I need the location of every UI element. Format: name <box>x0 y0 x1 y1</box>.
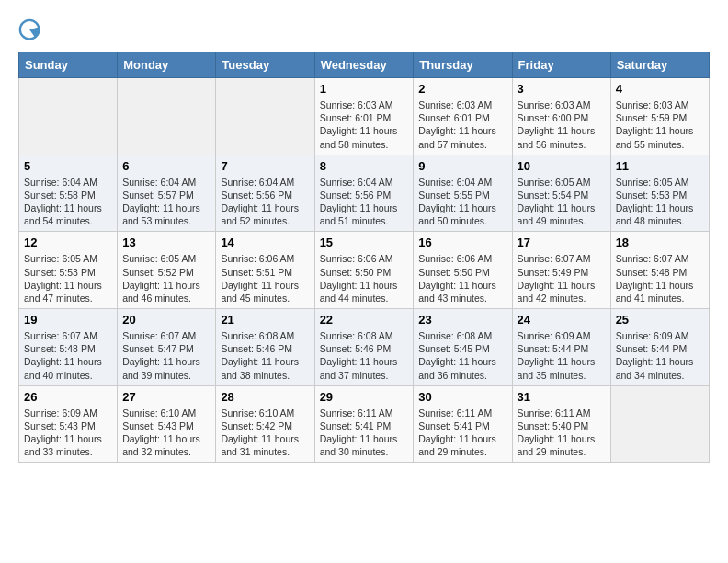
weekday-header-thursday: Thursday <box>414 52 512 78</box>
calendar-cell: 3Sunrise: 6:03 AM Sunset: 6:00 PM Daylig… <box>512 78 610 155</box>
day-number: 15 <box>320 236 409 249</box>
calendar-cell: 30Sunrise: 6:11 AM Sunset: 5:41 PM Dayli… <box>414 385 512 463</box>
day-info: Sunrise: 6:06 AM Sunset: 5:50 PM Dayligh… <box>418 252 506 304</box>
calendar-cell: 22Sunrise: 6:08 AM Sunset: 5:46 PM Dayli… <box>314 309 414 386</box>
day-number: 10 <box>518 159 606 173</box>
calendar-cell: 14Sunrise: 6:06 AM Sunset: 5:51 PM Dayli… <box>216 232 314 309</box>
weekday-header-tuesday: Tuesday <box>216 52 314 78</box>
day-info: Sunrise: 6:09 AM Sunset: 5:43 PM Dayligh… <box>24 407 112 459</box>
day-info: Sunrise: 6:06 AM Sunset: 5:51 PM Dayligh… <box>221 252 309 304</box>
day-number: 17 <box>518 236 606 249</box>
day-number: 12 <box>24 236 112 249</box>
day-info: Sunrise: 6:03 AM Sunset: 6:00 PM Dayligh… <box>518 98 606 151</box>
day-number: 6 <box>122 159 210 173</box>
day-info: Sunrise: 6:07 AM Sunset: 5:49 PM Dayligh… <box>518 252 606 304</box>
calendar-cell: 15Sunrise: 6:06 AM Sunset: 5:50 PM Dayli… <box>314 232 414 309</box>
calendar-cell: 29Sunrise: 6:11 AM Sunset: 5:41 PM Dayli… <box>314 385 414 463</box>
day-info: Sunrise: 6:09 AM Sunset: 5:44 PM Dayligh… <box>616 329 704 382</box>
day-number: 5 <box>24 159 112 173</box>
calendar-table: SundayMondayTuesdayWednesdayThursdayFrid… <box>18 52 710 463</box>
day-number: 26 <box>24 390 112 404</box>
calendar-cell <box>118 78 216 155</box>
day-number: 23 <box>418 313 506 327</box>
day-number: 25 <box>616 313 704 327</box>
calendar-cell <box>610 385 709 463</box>
day-info: Sunrise: 6:04 AM Sunset: 5:58 PM Dayligh… <box>24 176 112 228</box>
calendar-cell: 28Sunrise: 6:10 AM Sunset: 5:42 PM Dayli… <box>216 385 314 463</box>
logo-icon <box>18 18 44 44</box>
day-number: 30 <box>418 390 506 404</box>
day-number: 9 <box>418 159 506 173</box>
day-number: 1 <box>320 82 409 96</box>
day-number: 16 <box>418 236 506 249</box>
day-number: 19 <box>24 313 112 327</box>
day-number: 24 <box>518 313 606 327</box>
day-info: Sunrise: 6:04 AM Sunset: 5:57 PM Dayligh… <box>122 176 210 228</box>
day-number: 28 <box>221 390 309 404</box>
day-info: Sunrise: 6:07 AM Sunset: 5:47 PM Dayligh… <box>122 329 210 382</box>
day-number: 7 <box>221 159 309 173</box>
day-number: 21 <box>221 313 309 327</box>
day-info: Sunrise: 6:11 AM Sunset: 5:40 PM Dayligh… <box>518 407 606 459</box>
day-info: Sunrise: 6:09 AM Sunset: 5:44 PM Dayligh… <box>518 329 606 382</box>
calendar-cell: 24Sunrise: 6:09 AM Sunset: 5:44 PM Dayli… <box>512 309 610 386</box>
calendar-cell: 1Sunrise: 6:03 AM Sunset: 6:01 PM Daylig… <box>314 78 414 155</box>
calendar-cell: 26Sunrise: 6:09 AM Sunset: 5:43 PM Dayli… <box>19 385 118 463</box>
day-number: 18 <box>616 236 704 249</box>
calendar-cell <box>216 78 314 155</box>
calendar-cell: 4Sunrise: 6:03 AM Sunset: 5:59 PM Daylig… <box>610 78 709 155</box>
day-number: 31 <box>518 390 606 404</box>
day-number: 13 <box>122 236 210 249</box>
day-info: Sunrise: 6:05 AM Sunset: 5:52 PM Dayligh… <box>122 252 210 304</box>
calendar-cell: 25Sunrise: 6:09 AM Sunset: 5:44 PM Dayli… <box>610 309 709 386</box>
calendar-cell: 11Sunrise: 6:05 AM Sunset: 5:53 PM Dayli… <box>610 155 709 232</box>
weekday-header-sunday: Sunday <box>19 52 118 78</box>
day-info: Sunrise: 6:07 AM Sunset: 5:48 PM Dayligh… <box>24 329 112 382</box>
day-info: Sunrise: 6:11 AM Sunset: 5:41 PM Dayligh… <box>418 407 506 459</box>
day-info: Sunrise: 6:05 AM Sunset: 5:53 PM Dayligh… <box>24 252 112 304</box>
day-info: Sunrise: 6:04 AM Sunset: 5:56 PM Dayligh… <box>221 176 309 228</box>
day-info: Sunrise: 6:03 AM Sunset: 6:01 PM Dayligh… <box>320 98 409 151</box>
calendar-cell: 18Sunrise: 6:07 AM Sunset: 5:48 PM Dayli… <box>610 232 709 309</box>
calendar-cell: 23Sunrise: 6:08 AM Sunset: 5:45 PM Dayli… <box>414 309 512 386</box>
day-number: 4 <box>616 82 704 96</box>
calendar-cell <box>19 78 118 155</box>
weekday-header-saturday: Saturday <box>610 52 709 78</box>
day-info: Sunrise: 6:11 AM Sunset: 5:41 PM Dayligh… <box>320 407 409 459</box>
calendar-cell: 5Sunrise: 6:04 AM Sunset: 5:58 PM Daylig… <box>19 155 118 232</box>
day-info: Sunrise: 6:04 AM Sunset: 5:55 PM Dayligh… <box>418 176 506 228</box>
day-info: Sunrise: 6:05 AM Sunset: 5:54 PM Dayligh… <box>518 176 606 228</box>
day-number: 20 <box>122 313 210 327</box>
day-number: 2 <box>418 82 506 96</box>
day-info: Sunrise: 6:04 AM Sunset: 5:56 PM Dayligh… <box>320 176 409 228</box>
day-number: 3 <box>518 82 606 96</box>
weekday-header-wednesday: Wednesday <box>314 52 414 78</box>
calendar-cell: 17Sunrise: 6:07 AM Sunset: 5:49 PM Dayli… <box>512 232 610 309</box>
calendar-cell: 8Sunrise: 6:04 AM Sunset: 5:56 PM Daylig… <box>314 155 414 232</box>
weekday-header-monday: Monday <box>118 52 216 78</box>
day-info: Sunrise: 6:06 AM Sunset: 5:50 PM Dayligh… <box>320 252 409 304</box>
day-number: 14 <box>221 236 309 249</box>
logo <box>18 18 46 44</box>
day-number: 11 <box>616 159 704 173</box>
calendar-cell: 21Sunrise: 6:08 AM Sunset: 5:46 PM Dayli… <box>216 309 314 386</box>
day-info: Sunrise: 6:10 AM Sunset: 5:43 PM Dayligh… <box>122 407 210 459</box>
calendar-cell: 2Sunrise: 6:03 AM Sunset: 6:01 PM Daylig… <box>414 78 512 155</box>
day-info: Sunrise: 6:03 AM Sunset: 6:01 PM Dayligh… <box>418 98 506 151</box>
calendar-cell: 27Sunrise: 6:10 AM Sunset: 5:43 PM Dayli… <box>118 385 216 463</box>
day-number: 8 <box>320 159 409 173</box>
calendar-cell: 9Sunrise: 6:04 AM Sunset: 5:55 PM Daylig… <box>414 155 512 232</box>
day-info: Sunrise: 6:08 AM Sunset: 5:46 PM Dayligh… <box>320 329 409 382</box>
calendar-cell: 7Sunrise: 6:04 AM Sunset: 5:56 PM Daylig… <box>216 155 314 232</box>
day-info: Sunrise: 6:08 AM Sunset: 5:46 PM Dayligh… <box>221 329 309 382</box>
calendar-cell: 6Sunrise: 6:04 AM Sunset: 5:57 PM Daylig… <box>118 155 216 232</box>
calendar-cell: 12Sunrise: 6:05 AM Sunset: 5:53 PM Dayli… <box>19 232 118 309</box>
day-info: Sunrise: 6:05 AM Sunset: 5:53 PM Dayligh… <box>616 176 704 228</box>
calendar-cell: 10Sunrise: 6:05 AM Sunset: 5:54 PM Dayli… <box>512 155 610 232</box>
calendar-cell: 19Sunrise: 6:07 AM Sunset: 5:48 PM Dayli… <box>19 309 118 386</box>
day-info: Sunrise: 6:08 AM Sunset: 5:45 PM Dayligh… <box>418 329 506 382</box>
day-info: Sunrise: 6:10 AM Sunset: 5:42 PM Dayligh… <box>221 407 309 459</box>
day-number: 22 <box>320 313 409 327</box>
calendar-cell: 20Sunrise: 6:07 AM Sunset: 5:47 PM Dayli… <box>118 309 216 386</box>
calendar-cell: 31Sunrise: 6:11 AM Sunset: 5:40 PM Dayli… <box>512 385 610 463</box>
